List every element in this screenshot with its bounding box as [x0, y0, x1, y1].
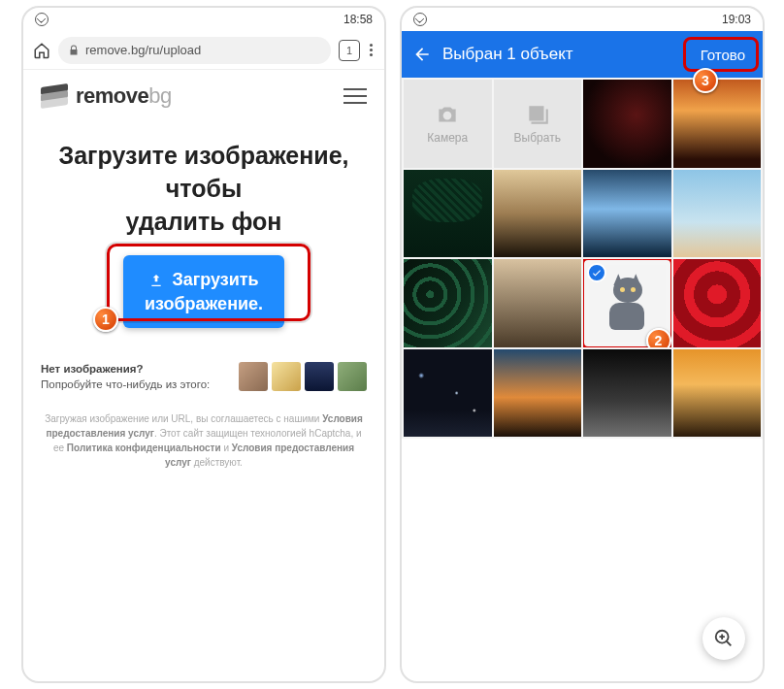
done-button[interactable]: Готово: [691, 43, 755, 67]
camera-tile[interactable]: Камера: [404, 80, 492, 168]
page-headline: Загрузите изображение, чтобы удалить фон: [23, 116, 384, 255]
sample-thumbs: [239, 362, 367, 391]
layers-icon: [41, 85, 68, 107]
sample-thumb[interactable]: [338, 362, 367, 391]
sample-thumb[interactable]: [239, 362, 268, 391]
browser-toolbar: remove.bg/ru/upload 1: [23, 31, 384, 70]
brand-row: removebg: [23, 70, 384, 116]
gallery-item[interactable]: [583, 80, 671, 168]
viber-icon: [413, 13, 427, 26]
step-badge-3: 3: [693, 68, 718, 93]
home-icon[interactable]: [33, 42, 50, 59]
upload-line2: изображение.: [145, 293, 263, 315]
camera-label: Камера: [427, 131, 468, 145]
gallery-item[interactable]: [673, 170, 762, 258]
sample-thumb[interactable]: [272, 362, 301, 391]
upload-line1: Загрузить: [172, 269, 258, 291]
gallery-item-selected[interactable]: 2: [583, 259, 671, 347]
samples-try: Попробуйте что-нибудь из этого:: [41, 377, 229, 392]
choose-tile[interactable]: Выбрать: [494, 80, 582, 168]
gallery-item[interactable]: [673, 349, 762, 438]
hamburger-icon[interactable]: [343, 88, 367, 104]
picker-header: Выбран 1 объект Готово 3: [402, 31, 763, 78]
picker-title: Выбран 1 объект: [442, 45, 683, 64]
viber-icon: [35, 13, 49, 26]
check-icon: [587, 263, 606, 282]
tab-count[interactable]: 1: [339, 40, 360, 61]
gallery-item[interactable]: [494, 349, 582, 438]
url-field[interactable]: remove.bg/ru/upload: [58, 37, 331, 64]
brand-logo[interactable]: removebg: [41, 83, 172, 109]
legal-text: Загружая изображение или URL, вы соглаша…: [23, 402, 384, 470]
gallery-item[interactable]: [404, 170, 492, 258]
status-bar: 18:58: [23, 8, 384, 31]
url-text: remove.bg/ru/upload: [85, 43, 201, 57]
upload-icon: [148, 273, 164, 288]
choose-label: Выбрать: [514, 131, 561, 145]
gallery-item[interactable]: [673, 259, 762, 347]
clock: 18:58: [343, 13, 373, 26]
gallery-item[interactable]: [404, 259, 492, 347]
gallery-item[interactable]: [673, 80, 762, 168]
phone-right: 19:03 Выбран 1 объект Готово 3 Камера Вы…: [400, 6, 765, 683]
lock-icon: [68, 45, 80, 56]
image-grid: Камера Выбрать 2: [402, 78, 763, 439]
sample-thumb[interactable]: [305, 362, 334, 391]
phone-left: 18:58 remove.bg/ru/upload 1 removebg Заг…: [21, 6, 386, 683]
gallery-item[interactable]: [583, 170, 671, 258]
samples-row: Нет изображения? Попробуйте что-нибудь и…: [23, 328, 384, 402]
upload-button[interactable]: Загрузить изображение.: [123, 255, 284, 328]
back-icon[interactable]: [409, 42, 435, 67]
samples-q: Нет изображения?: [41, 361, 229, 377]
gallery-item[interactable]: [404, 349, 492, 438]
brand-text: removebg: [76, 83, 172, 109]
gallery-item[interactable]: [494, 259, 582, 347]
step-badge-2: 2: [646, 328, 671, 347]
status-bar: 19:03: [402, 8, 763, 31]
zoom-fab[interactable]: [702, 617, 745, 660]
magnifier-plus-icon: [713, 628, 735, 649]
gallery-item[interactable]: [494, 170, 582, 258]
clock: 19:03: [722, 13, 751, 26]
kebab-menu-icon[interactable]: [368, 44, 375, 56]
gallery-item[interactable]: [583, 349, 671, 438]
